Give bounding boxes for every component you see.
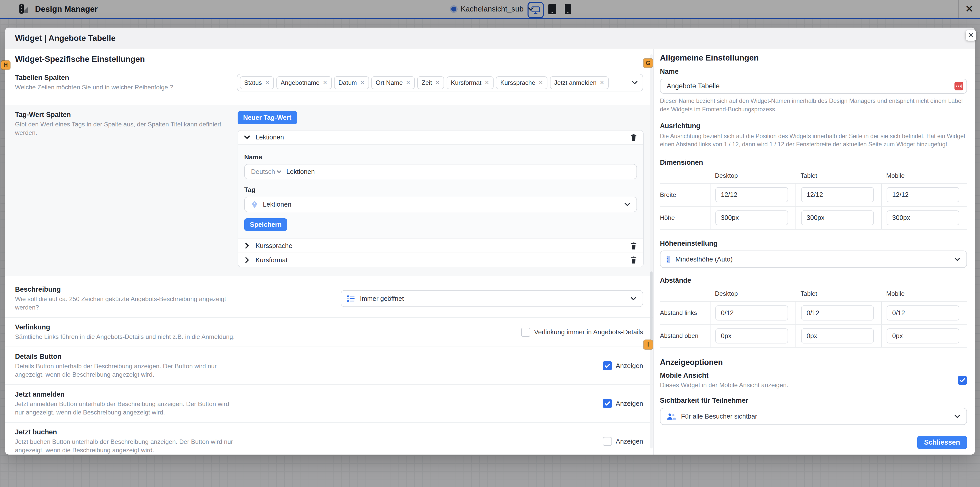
neuer-tag-wert-button[interactable]: Neuer Tag-Wert <box>238 111 297 124</box>
hoeheneinstellung-label: Höheneinstellung <box>660 240 967 247</box>
verlinkung-checkbox-row: Verlinkung immer in Angebots-Details <box>521 327 643 337</box>
chevron-down-icon <box>631 297 636 300</box>
column-header-desktop: Desktop <box>710 288 796 301</box>
abstand-links-desktop-input[interactable] <box>715 305 788 321</box>
mobile-ansicht-checkbox[interactable] <box>958 376 967 385</box>
chip-remove-icon[interactable]: ✕ <box>600 80 605 86</box>
accordion-item-kursformat[interactable]: Kursformat <box>238 252 643 267</box>
details-button-checkbox[interactable] <box>603 361 612 370</box>
beschreibung-desc: Wie soll die auf ca. 250 Zeichen gekürzt… <box>15 295 235 311</box>
jetzt-anmelden-row: Jetzt anmelden Jetzt anmelden Button unt… <box>5 384 653 422</box>
hoehe-tablet-input[interactable] <box>801 211 874 225</box>
tag-icon <box>251 200 258 209</box>
accordion-item-lektionen[interactable]: Lektionen <box>238 131 643 144</box>
accordion-item-kurssprache[interactable]: Kurssprache <box>238 238 643 253</box>
beschreibung-select-value: Immer geöffnet <box>360 295 404 302</box>
column-header-mobile: Mobile <box>881 288 967 301</box>
trash-icon[interactable] <box>630 256 637 264</box>
translate-icon[interactable] <box>955 82 963 90</box>
tag-wert-desc: Gibt den Wert eines Tags in der Spalte a… <box>15 120 235 137</box>
chevron-right-icon <box>245 257 249 263</box>
abstand-links-mobile-input[interactable] <box>886 305 959 321</box>
jetzt-buchen-checkbox-label: Anzeigen <box>616 438 643 445</box>
column-chip: Jetzt anmelden✕ <box>550 77 609 89</box>
jetzt-anmelden-desc: Jetzt anmelden Button unterhalb der Besc… <box>15 400 235 417</box>
language-selector[interactable]: Deutsch <box>251 168 282 176</box>
widget-name-desc: Dieser Name bezieht sich auf den Widget-… <box>660 97 967 113</box>
chevron-down-icon <box>955 415 960 418</box>
jetzt-anmelden-checkbox[interactable] <box>603 399 612 408</box>
tag-name-input[interactable]: Deutsch Lektionen <box>244 164 637 179</box>
accordion-title: Kursformat <box>256 256 288 264</box>
column-chip: Status✕ <box>240 77 274 89</box>
tag-wert-accordion: Lektionen Name Deutsch <box>238 130 644 268</box>
chevron-down-icon <box>244 135 250 139</box>
column-chip: Kurssprache✕ <box>496 77 547 89</box>
chip-remove-icon[interactable]: ✕ <box>538 80 543 86</box>
jetzt-anmelden-checkbox-label: Anzeigen <box>616 400 643 407</box>
abstand-oben-mobile-input[interactable] <box>886 329 959 343</box>
verlinkung-desc: Sämtliche Links führen in die Angebots-D… <box>15 332 235 341</box>
breite-row-label: Breite <box>660 183 710 206</box>
tag-wert-section: Tag-Wert Spalten Gibt den Wert eines Tag… <box>5 105 653 276</box>
details-button-checkbox-label: Anzeigen <box>616 362 643 369</box>
height-bar-icon <box>667 255 670 263</box>
widget-specific-settings-panel: Widget-Spezifische Einstellungen Tabelle… <box>5 49 654 455</box>
column-chip: Zeit✕ <box>417 77 444 89</box>
beschreibung-select[interactable]: Immer geöffnet <box>341 290 643 307</box>
hoeheneinstellung-select[interactable]: Mindesthöhe (Auto) <box>660 251 967 268</box>
chevron-down-icon <box>625 203 630 206</box>
abstand-oben-tablet-input[interactable] <box>801 329 874 343</box>
breite-mobile-input[interactable] <box>886 187 959 202</box>
trash-icon[interactable] <box>630 242 637 250</box>
column-chip: Kursformat✕ <box>447 77 493 89</box>
jetzt-buchen-checkbox[interactable] <box>603 437 612 446</box>
details-button-label: Details Button <box>15 353 235 361</box>
hoehe-mobile-input[interactable] <box>886 211 959 225</box>
jetzt-buchen-label: Jetzt buchen <box>15 428 235 436</box>
people-icon <box>667 413 676 420</box>
tabellen-spalten-desc: Welche Zeilen möchten Sie und in welcher… <box>15 83 235 91</box>
chevron-down-icon <box>955 257 960 261</box>
column-header-tablet: Tablet <box>795 169 881 183</box>
speichern-button[interactable]: Speichern <box>244 218 287 231</box>
tabellen-spalten-label: Tabellen Spalten <box>15 74 235 82</box>
breite-desktop-input[interactable] <box>715 187 788 202</box>
screen: Design Manager Kachelansicht_sub ✕ Widge… <box>0 0 980 487</box>
hoehe-desktop-input[interactable] <box>715 211 788 225</box>
abstaende-label: Abstände <box>660 276 967 284</box>
left-panel-heading: Widget-Spezifische Einstellungen <box>15 54 643 64</box>
tag-select[interactable]: Lektionen <box>244 196 637 212</box>
chip-remove-icon[interactable]: ✕ <box>265 80 269 86</box>
column-header-tablet: Tablet <box>795 288 881 301</box>
breite-tablet-input[interactable] <box>801 187 874 202</box>
hint-badge-h: H <box>1 61 10 69</box>
name-field-label: Name <box>244 153 637 161</box>
chip-remove-icon[interactable]: ✕ <box>435 80 440 86</box>
chip-remove-icon[interactable]: ✕ <box>485 80 489 86</box>
list-icon <box>347 295 355 302</box>
left-scrollbar-track[interactable] <box>650 54 652 449</box>
abstand-oben-desktop-input[interactable] <box>715 329 788 343</box>
modal-title: Widget | Angebote Tabelle <box>15 34 116 43</box>
verlinkung-checkbox[interactable] <box>521 327 530 337</box>
right-panel-heading: Allgemeine Einstellungen <box>660 53 967 62</box>
trash-icon[interactable] <box>630 133 637 142</box>
chip-remove-icon[interactable]: ✕ <box>323 80 327 86</box>
abstand-links-tablet-input[interactable] <box>801 305 874 321</box>
jetzt-buchen-row: Jetzt buchen Jetzt buchen Button unterha… <box>5 422 653 455</box>
chip-remove-icon[interactable]: ✕ <box>406 80 410 86</box>
left-scrollbar-thumb[interactable] <box>650 271 652 343</box>
schliessen-button[interactable]: Schliessen <box>917 436 967 449</box>
abstand-links-row-label: Abstand links <box>660 301 710 324</box>
tabellen-spalten-multiselect[interactable]: Status✕ Angebotname✕ Datum✕ Ort Name✕ Ze… <box>237 74 643 91</box>
tabellen-spalten-row: Tabellen Spalten Welche Zeilen möchten S… <box>5 68 653 97</box>
hint-badge-g: G <box>644 59 652 67</box>
hoeheneinstellung-value: Mindesthöhe (Auto) <box>675 255 732 263</box>
widget-name-input[interactable] <box>660 79 967 94</box>
sichtbarkeit-select[interactable]: Für alle Besucher sichtbar <box>660 408 967 425</box>
chip-remove-icon[interactable]: ✕ <box>360 80 364 86</box>
abstand-oben-row-label: Abstand oben <box>660 324 710 347</box>
modal-close-button[interactable]: ✕ <box>966 30 977 41</box>
sichtbarkeit-value: Für alle Besucher sichtbar <box>681 413 757 420</box>
